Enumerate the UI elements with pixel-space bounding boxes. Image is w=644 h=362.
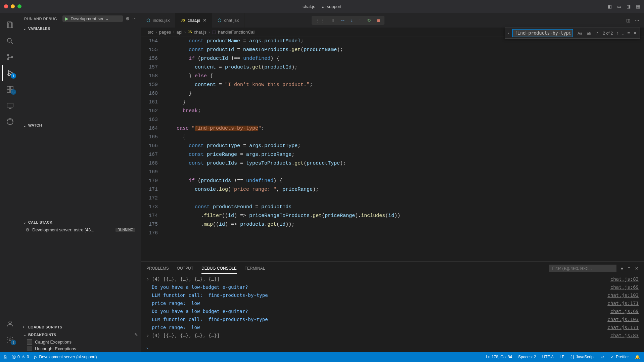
checkbox[interactable] — [27, 346, 32, 351]
debug-config-dropdown[interactable]: ▶ Development ser ⌄ — [62, 15, 123, 22]
extensions-icon[interactable]: 6 — [2, 81, 18, 97]
search-icon[interactable] — [2, 33, 18, 49]
stop-icon[interactable]: ◼ — [377, 18, 380, 23]
variables-section[interactable]: ⌄ VARIABLES — [20, 25, 141, 32]
close-find-icon[interactable]: ✕ — [633, 31, 637, 36]
drag-handle-icon[interactable]: ⋮⋮ — [316, 18, 324, 23]
panel-tab-terminal[interactable]: TERMINAL — [245, 263, 265, 273]
step-over-icon[interactable]: ⤻ — [341, 18, 344, 23]
cursor-position[interactable]: Ln 178, Col 84 — [486, 355, 512, 359]
layout-bottom-icon[interactable]: ▭ — [617, 4, 621, 9]
split-editor-icon[interactable]: ◫ — [626, 18, 630, 23]
minimize-window-button[interactable] — [11, 4, 15, 8]
more-actions-icon[interactable]: ⋯ — [635, 18, 639, 23]
errors-warnings[interactable]: ⓧ 0 ⚠ 0 — [12, 354, 29, 360]
checkbox[interactable] — [27, 339, 32, 345]
tab-label: chat.js — [188, 18, 200, 23]
chevron-down-icon: ⌄ — [23, 220, 27, 225]
find-expand-icon[interactable]: › — [508, 31, 509, 36]
indent-status[interactable]: Spaces: 2 — [518, 355, 536, 359]
match-case-icon[interactable]: Aa — [576, 31, 583, 36]
braces-icon: { } — [570, 355, 574, 359]
feedback-icon[interactable]: ☺ — [601, 355, 605, 359]
watch-section[interactable]: ⌄ WATCH — [20, 122, 141, 129]
edge-icon[interactable] — [2, 114, 18, 130]
step-into-icon[interactable]: ↓ — [351, 18, 353, 23]
settings-badge: 1 — [11, 340, 16, 345]
callstack-section[interactable]: ⌄ CALL STACK — [20, 218, 141, 226]
tab-label: index.jsx — [153, 18, 170, 23]
layout-left-icon[interactable]: ◧ — [608, 4, 612, 9]
debug-console-output[interactable]: ›(4) [{…}, {…}, {…}, {…}]chat.js:83Do yo… — [141, 275, 644, 344]
layout-grid-icon[interactable]: ▦ — [636, 4, 640, 9]
tab-chat-js[interactable]: JS chat.js ✕ — [176, 13, 213, 28]
code-content[interactable]: const productName = args.productModel; c… — [165, 37, 637, 261]
more-icon[interactable]: ⋯ — [132, 16, 137, 21]
minimap[interactable] — [637, 37, 644, 261]
debug-status[interactable]: ▷ Development server (ai-support) — [34, 355, 97, 359]
breadcrumb-item[interactable]: src — [148, 30, 153, 35]
maximize-window-button[interactable] — [17, 4, 21, 8]
encoding-status[interactable]: UTF-8 — [542, 355, 554, 359]
restart-icon[interactable]: ⟲ — [367, 18, 371, 23]
window-controls — [4, 4, 21, 8]
layout-right-icon[interactable]: ◨ — [627, 4, 631, 9]
gear-icon[interactable]: ⚙ — [126, 16, 130, 21]
edit-icon[interactable]: ✎ — [134, 332, 138, 337]
svg-point-5 — [7, 58, 9, 60]
regex-icon[interactable]: .* — [594, 31, 599, 36]
account-icon[interactable] — [2, 316, 18, 332]
loaded-scripts-section[interactable]: › LOADED SCRIPTS — [20, 323, 141, 331]
panel-tab-problems[interactable]: PROBLEMS — [146, 263, 169, 273]
tabs-bar: ⬡ index.jsx JS chat.js ✕ ⬡ chat.jsx ⋮⋮ ⏸… — [141, 13, 644, 28]
react-file-icon: ⬡ — [218, 18, 221, 23]
remote-icon[interactable] — [2, 97, 18, 114]
breadcrumb[interactable]: src › pages › api › JS chat.js › ⬚ handl… — [141, 28, 644, 37]
eol-status[interactable]: LF — [560, 355, 564, 359]
debug-config-name: Development ser — [71, 16, 103, 21]
breadcrumb-item[interactable]: handleFunctionCall — [218, 30, 255, 35]
error-count: 0 — [17, 355, 20, 359]
breakpoint-uncaught[interactable]: Uncaught Exceptions — [20, 345, 141, 352]
notifications-icon[interactable]: 🔔 — [635, 355, 640, 359]
find-in-selection-icon[interactable]: ≡ — [627, 31, 630, 36]
svg-rect-1 — [9, 23, 13, 28]
find-input[interactable] — [512, 29, 573, 37]
clear-console-icon[interactable]: ≡ — [620, 266, 623, 271]
run-debug-icon[interactable]: 1 — [2, 65, 18, 81]
prev-match-icon[interactable]: ↑ — [616, 31, 618, 36]
remote-indicator[interactable]: ⎘ — [4, 355, 6, 359]
console-prompt[interactable]: › — [141, 344, 644, 352]
panel-tab-debug-console[interactable]: DEBUG CONSOLE — [201, 263, 237, 274]
prettier-status[interactable]: ✓ Prettier — [611, 355, 629, 359]
panel-tab-output[interactable]: OUTPUT — [177, 263, 193, 273]
callstack-title: CALL STACK — [28, 220, 52, 224]
collapse-panel-icon[interactable]: ⌃ — [627, 266, 631, 271]
whole-word-icon[interactable]: ab — [586, 31, 592, 36]
debug-badge: 1 — [11, 73, 16, 79]
close-tab-icon[interactable]: ✕ — [203, 18, 206, 23]
tab-chat-jsx[interactable]: ⬡ chat.jsx — [212, 13, 244, 28]
breakpoint-label: Uncaught Exceptions — [35, 346, 76, 351]
breadcrumb-item[interactable]: chat.js — [194, 30, 206, 35]
breakpoint-caught[interactable]: Caught Exceptions — [20, 338, 141, 345]
close-window-button[interactable] — [4, 4, 8, 8]
explorer-icon[interactable] — [2, 17, 18, 33]
callstack-item[interactable]: ⚙ Development server: astro [43... RUNNI… — [20, 226, 141, 234]
language-status[interactable]: { } JavaScript — [570, 355, 595, 359]
window-title: chat.js — ai-support — [303, 4, 341, 9]
step-out-icon[interactable]: ↑ — [359, 18, 361, 23]
breadcrumb-item[interactable]: api — [176, 30, 182, 35]
pause-icon[interactable]: ⏸ — [330, 18, 335, 23]
next-match-icon[interactable]: ↓ — [622, 31, 624, 36]
breakpoints-title: BREAKPOINTS — [28, 333, 56, 337]
code-editor[interactable]: 1541551561571581591601611621631641651661… — [141, 37, 644, 261]
source-control-icon[interactable] — [2, 49, 18, 65]
debug-toolbar: ⋮⋮ ⏸ ⤻ ↓ ↑ ⟲ ◼ — [312, 16, 384, 25]
settings-icon[interactable]: 1 — [2, 332, 18, 348]
breadcrumb-item[interactable]: pages — [159, 30, 171, 35]
tab-index[interactable]: ⬡ index.jsx — [141, 13, 176, 28]
breakpoints-section[interactable]: ⌄ BREAKPOINTS ✎ — [20, 331, 141, 338]
console-filter-input[interactable] — [549, 265, 616, 272]
close-panel-icon[interactable]: ✕ — [635, 266, 639, 271]
